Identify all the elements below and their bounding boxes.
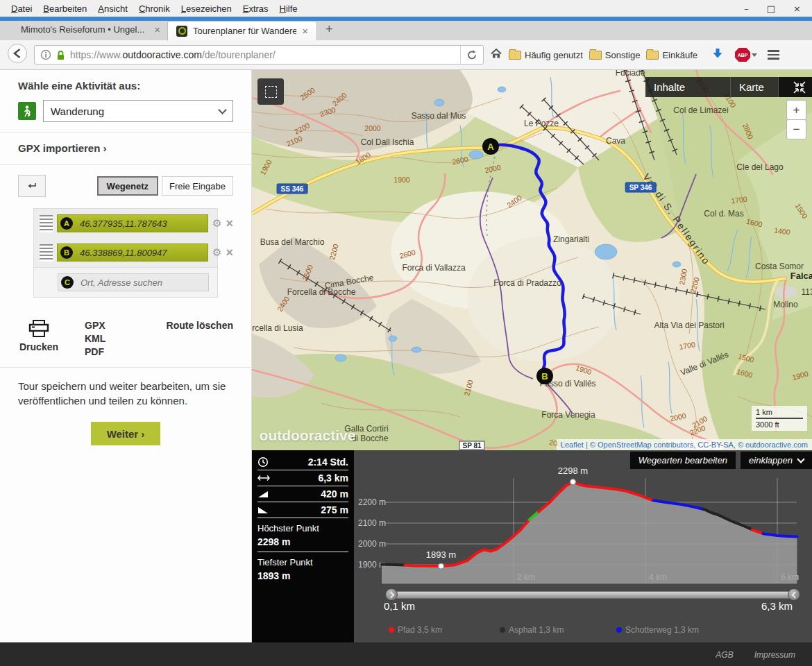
scale-metric: 1 km [756,408,803,419]
tab-tourenplaner[interactable]: Tourenplaner für Wandere... × [167,21,317,40]
elevation-chart[interactable]: 2200 m2100 m2000 m1900 m2 km4 km6 km1893… [354,450,812,642]
maximize-button[interactable]: □ [767,3,775,14]
printer-icon [28,320,49,338]
legend-schotterweg: Schotterweg 1,3 km [616,625,699,635]
minimize-button[interactable]: – [744,3,749,14]
bookmark-haeufig-genutzt[interactable]: Häufig genutzt [509,50,583,60]
bookmark-einkaeufe[interactable]: Einkäufe [646,50,697,60]
svg-text:2298 m: 2298 m [558,466,588,476]
activity-heading: Wähle eine Aktivität aus: [18,80,233,92]
map-marker-b[interactable]: B [536,368,553,384]
waypoint-c-field[interactable]: C [58,273,209,291]
new-tab-button[interactable]: + [317,22,341,40]
agb-link[interactable]: AGB [716,650,733,660]
elevation-profile-panel: 2:14 Std. 6,3 km 420 m 275 m Höchster [252,450,812,642]
outdooractive-favicon [176,26,187,37]
slider-min-label: 0,1 km [384,600,415,612]
undo-button[interactable] [18,175,46,197]
page-content: Wähle eine Aktivität aus: Wanderung GPX … [0,70,812,642]
page-info-icon[interactable] [40,49,51,60]
waypoint-a-field[interactable]: A [57,214,208,232]
menu-lesezeichen[interactable]: Lesezeichen [176,1,237,16]
save-hint-text: Tour speichern und weiter bearbeiten, um… [0,368,244,408]
close-button[interactable]: × [793,3,801,14]
browser-menu-button[interactable] [768,50,779,60]
bookmark-sonstige[interactable]: Sonstige [589,50,641,60]
inhalte-button[interactable]: Inhalte [645,77,731,97]
kml-export-link[interactable]: KML [85,333,105,344]
lowest-point-value: 1893 m [257,570,348,586]
zoom-out-button[interactable]: − [786,119,806,139]
tab-reiseforum[interactable]: Mimoto's Reiseforum • Ungel... × [14,24,167,40]
drag-handle-icon[interactable] [40,244,53,262]
collapse-profile-button[interactable]: einklappen [741,452,812,469]
menu-extras[interactable]: Extras [237,1,274,16]
stat-distance: 6,3 km [257,470,348,486]
print-button[interactable]: Drucken [18,320,60,357]
select-area-button[interactable] [257,78,284,105]
zoom-in-button[interactable]: + [786,100,806,120]
profile-range-slider[interactable] [389,591,797,599]
waypoint-b-field[interactable]: B [57,244,208,262]
karte-button[interactable]: Karte [731,77,779,97]
menu-ansicht[interactable]: Ansicht [92,1,133,16]
waypoint-row-a: A ⚙ × [34,209,217,238]
reload-button[interactable] [460,46,483,64]
activity-select[interactable]: Wanderung [43,100,233,122]
gpx-import-link[interactable]: GPX importieren › [18,142,107,154]
downloads-button[interactable] [712,48,723,62]
lowest-point-label: Tiefster Punkt [257,557,348,567]
adblock-button[interactable]: ABP [735,48,757,62]
navigation-toolbar: https://www.outdooractive.com/de/tourenp… [0,40,812,70]
url-text[interactable]: https://www.outdooractive.com/de/tourenp… [70,49,455,60]
descent-icon [257,505,273,515]
waypoint-c-input[interactable] [79,277,205,289]
edit-waytypes-button[interactable]: Wegearten bearbeiten [630,452,736,469]
map-attribution[interactable]: Leaflet | © OpenStreetMap contributors, … [557,439,812,450]
back-button[interactable] [7,43,28,67]
svg-text:1893 m: 1893 m [426,549,456,560]
home-button[interactable] [490,48,502,62]
gear-icon[interactable]: ⚙ [212,246,221,259]
weiter-button[interactable]: Weiter › [91,422,160,445]
drag-handle-icon[interactable] [40,215,53,232]
collapse-arrows-icon [793,81,806,94]
freie-eingabe-button[interactable]: Freie Eingabe [162,176,233,196]
waypoint-b-input[interactable] [78,247,205,259]
remove-waypoint-icon[interactable]: × [226,248,233,257]
delete-route-link[interactable]: Route löschen [167,320,233,357]
map[interactable]: FuciadeSasso dal MusCol Dall IschiaLe Po… [252,70,812,450]
clock-icon [257,456,273,468]
remove-waypoint-icon[interactable]: × [226,219,233,228]
adblock-icon: ABP [735,48,750,62]
svg-text:2000 m: 2000 m [358,539,386,549]
folder-icon [509,51,521,60]
waypoint-list: A ⚙ × B ⚙ × [33,208,218,298]
impressum-link[interactable]: Impressum [754,650,795,660]
stat-duration: 2:14 Std. [257,454,348,470]
slider-handle-left[interactable] [385,588,398,601]
secure-lock-icon[interactable] [56,50,65,60]
url-bar[interactable]: https://www.outdooractive.com/de/tourenp… [34,45,484,65]
pdf-export-link[interactable]: PDF [85,346,105,357]
map-toolbar: Inhalte Karte [645,77,812,97]
map-canvas[interactable] [252,70,812,450]
collapse-map-button[interactable] [779,77,812,97]
menu-datei[interactable]: Datei [6,1,37,16]
tab-close-icon[interactable]: × [302,25,308,37]
menu-bearbeiten[interactable]: Bearbeiten [37,1,92,16]
gpx-export-link[interactable]: GPX [85,320,105,331]
highest-point-label: Höchster Punkt [257,523,348,533]
distance-arrow-icon [257,475,273,481]
gear-icon[interactable]: ⚙ [212,217,221,230]
tab-close-icon[interactable]: × [154,24,160,35]
waypoint-a-input[interactable] [78,218,205,230]
map-marker-a[interactable]: A [482,138,499,155]
print-label: Drucken [19,341,58,352]
menu-hilfe[interactable]: Hilfe [274,1,303,16]
waypoint-row-c: C [34,267,217,297]
wegenetz-button[interactable]: Wegenetz [97,176,158,196]
slider-handle-right[interactable] [788,588,800,601]
menu-chronik[interactable]: Chronik [133,1,176,16]
elevation-chart-zone: 2:14 Std. 6,3 km 420 m 275 m Höchster [354,450,812,642]
